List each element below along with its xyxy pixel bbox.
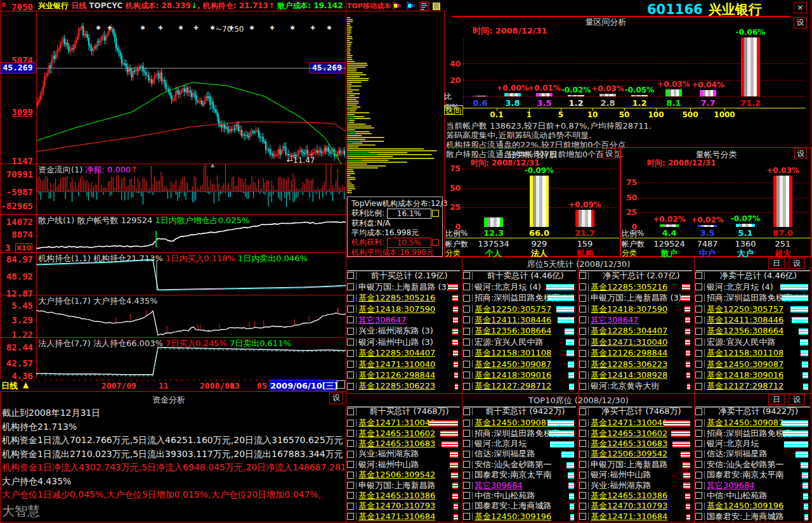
row-checkbox[interactable] — [695, 440, 702, 447]
row-checkbox[interactable] — [347, 339, 354, 345]
seat-row[interactable]: 申银万国:上海新昌路 (3) — [347, 282, 460, 292]
row-checkbox[interactable] — [347, 328, 354, 335]
seat-row[interactable]: 兴业:福州湖东路 — [347, 449, 460, 458]
row-checkbox[interactable] — [463, 383, 470, 390]
seat-row[interactable]: 国泰君安:上海商城路 — [463, 501, 576, 510]
seat-row[interactable]: 基金12450:309087 — [463, 359, 576, 369]
row-checkbox[interactable] — [347, 383, 354, 390]
row-checkbox[interactable] — [347, 472, 354, 479]
row-checkbox[interactable] — [579, 350, 586, 357]
seat-row[interactable]: 基金12418:309016 — [695, 370, 810, 380]
timeline-scroll-button[interactable] — [337, 380, 345, 389]
seat-row[interactable]: 宏源:宜兴人民中路 — [695, 337, 810, 347]
row-checkbox[interactable] — [347, 361, 354, 368]
row-checkbox[interactable] — [347, 420, 354, 427]
row-checkbox[interactable] — [695, 503, 702, 510]
row-checkbox[interactable] — [347, 295, 354, 302]
row-checkbox[interactable] — [695, 472, 702, 479]
row-checkbox[interactable] — [579, 472, 586, 479]
seat-row[interactable]: 基金12285:305216 — [347, 293, 460, 302]
seat-row[interactable]: 基金12285:306223 — [579, 359, 692, 369]
panel-settings-button[interactable]: 设 — [794, 17, 807, 29]
row-checkbox[interactable] — [579, 420, 586, 427]
row-checkbox[interactable] — [463, 339, 470, 345]
row-checkbox[interactable] — [463, 316, 470, 323]
seat-row[interactable]: 基金12418:307590 — [579, 304, 692, 314]
column-checkbox[interactable] — [347, 408, 354, 415]
seat-row[interactable]: 基金12285:304407 — [347, 348, 460, 358]
row-checkbox[interactable] — [579, 371, 586, 378]
timeline-date-box[interactable]: 2009/06/10[三] — [270, 380, 337, 391]
seat-row[interactable]: 中信:中山松苑路 — [695, 491, 810, 500]
row-checkbox[interactable] — [347, 316, 354, 323]
seat-row[interactable]: 基金12285:306223 — [347, 382, 460, 391]
row-checkbox[interactable] — [695, 361, 702, 368]
row-checkbox[interactable] — [695, 461, 702, 468]
row-checkbox[interactable] — [463, 283, 470, 290]
row-checkbox[interactable] — [579, 328, 586, 335]
row-checkbox[interactable] — [347, 482, 354, 489]
row-checkbox[interactable] — [347, 283, 354, 290]
seat-row[interactable]: 基金12126:298844 — [347, 370, 460, 380]
seat-row[interactable]: 基金12470:310793 — [579, 501, 692, 510]
column-checkbox[interactable] — [347, 272, 354, 279]
row-checkbox[interactable] — [463, 306, 470, 313]
row-checkbox[interactable] — [579, 451, 586, 458]
row-checkbox[interactable] — [347, 451, 354, 458]
seat-row[interactable]: 基金12414:308928 — [579, 370, 692, 380]
row-checkbox[interactable] — [579, 316, 586, 323]
seat-row[interactable]: 基金12471:310684 — [347, 512, 460, 521]
seat-row[interactable]: 基金12285:305216 — [579, 282, 692, 292]
row-checkbox[interactable] — [347, 503, 354, 510]
row-checkbox[interactable] — [695, 316, 702, 323]
row-checkbox[interactable] — [463, 513, 470, 520]
row-checkbox[interactable] — [463, 430, 470, 437]
column-checkbox[interactable] — [695, 272, 702, 279]
row-checkbox[interactable] — [347, 492, 354, 499]
volume-account-panel-settings-button[interactable]: 设 — [794, 148, 807, 158]
seat-row[interactable]: 基金12471:310684 — [579, 512, 692, 521]
row-checkbox[interactable] — [579, 430, 586, 437]
seat-row[interactable]: 宏源:宜兴人民中路 — [463, 337, 576, 347]
seat-row[interactable]: 申银万国:上海新昌路 — [579, 460, 692, 469]
row-checkbox[interactable] — [695, 430, 702, 437]
seat-row[interactable]: 信达:深圳福星路 — [463, 449, 576, 458]
row-checkbox[interactable] — [463, 472, 470, 479]
row-checkbox[interactable] — [695, 328, 702, 335]
row-checkbox[interactable] — [579, 283, 586, 290]
row-checkbox[interactable] — [579, 440, 586, 447]
row-checkbox[interactable] — [463, 295, 470, 302]
seat-row[interactable]: 基金12285:304407 — [579, 326, 692, 336]
row-checkbox[interactable] — [579, 513, 586, 520]
row-checkbox[interactable] — [695, 306, 702, 313]
seat-row[interactable]: 信达:深圳福星路 — [695, 449, 810, 458]
seat-row[interactable]: 兴业:福州湖东路 (3) — [347, 326, 460, 336]
row-checkbox[interactable] — [579, 339, 586, 345]
row-checkbox[interactable] — [463, 350, 470, 357]
seat-row[interactable]: 国泰君安:南京太平南 — [463, 470, 576, 479]
seat-row[interactable]: 基金12471:310040 — [579, 337, 692, 347]
timeline-arrow-icon[interactable]: ▲ — [23, 380, 32, 390]
row-checkbox[interactable] — [463, 371, 470, 378]
row-checkbox[interactable] — [695, 420, 702, 427]
row-checkbox[interactable] — [463, 492, 470, 499]
row-checkbox[interactable] — [695, 283, 702, 290]
row-checkbox[interactable] — [347, 513, 354, 520]
row-checkbox[interactable] — [695, 339, 702, 345]
seat-row[interactable]: 基金12127:298712 — [695, 382, 810, 391]
seat-row[interactable]: 基金12465:310386 — [347, 491, 460, 500]
seat-row[interactable]: 基金12465:310386 — [579, 491, 692, 500]
row-checkbox[interactable] — [463, 328, 470, 335]
row-checkbox[interactable] — [347, 306, 354, 313]
seat-row[interactable]: 申银万国:上海新昌路 (3) — [579, 293, 692, 302]
row-checkbox[interactable] — [579, 361, 586, 368]
row-checkbox[interactable] — [463, 482, 470, 489]
top10-settings-button[interactable]: 设 — [789, 394, 805, 405]
fund-analysis-settings-button[interactable]: 设 — [329, 392, 343, 404]
seat-row[interactable]: 基金12418:309016 — [463, 370, 576, 380]
row-checkbox[interactable] — [463, 461, 470, 468]
column-checkbox[interactable] — [463, 272, 470, 279]
row-checkbox[interactable] — [579, 492, 586, 499]
row-checkbox[interactable] — [695, 383, 702, 390]
seat-row[interactable]: 基金12450:309196 — [463, 512, 576, 521]
